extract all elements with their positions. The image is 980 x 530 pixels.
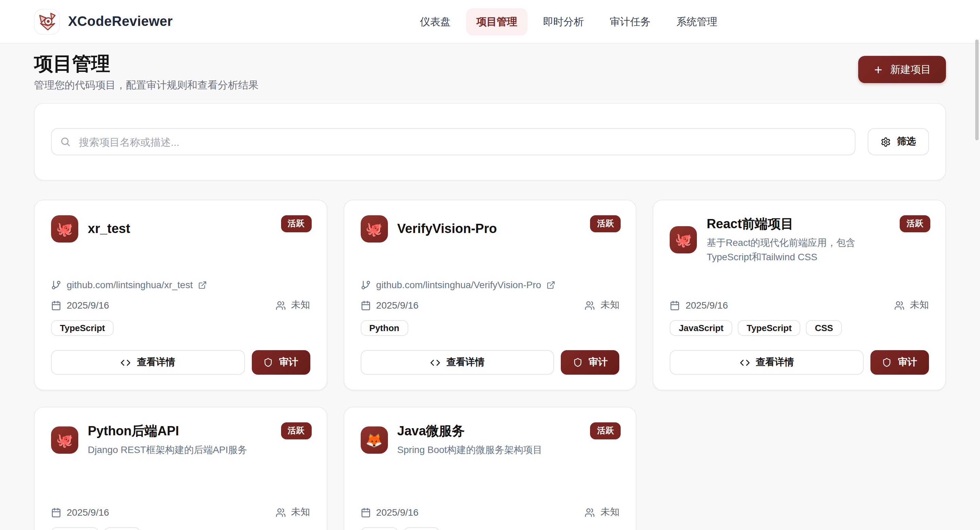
calendar-icon: [360, 507, 371, 517]
project-members: 未知: [910, 299, 929, 311]
project-description: 基于React的现代化前端应用，包含TypeScript和Tailwind CS…: [707, 236, 889, 264]
app-logo[interactable]: [34, 8, 60, 34]
project-meta: 2025/9/16 未知: [670, 299, 929, 311]
tags-row: TypeScript: [51, 320, 310, 336]
search-input[interactable]: [51, 128, 856, 155]
project-meta: 2025/9/16 未知: [360, 299, 619, 311]
page-title: 项目管理: [34, 53, 259, 75]
gear-icon: [881, 137, 891, 147]
project-title: Python后端API: [88, 422, 247, 440]
external-link-icon: [546, 280, 555, 289]
project-grid: 活跃 🐙 xr_test github.com/lintsinghua/xr_t…: [34, 200, 946, 530]
shield-icon: [882, 358, 892, 367]
code-icon: [121, 357, 131, 367]
calendar-icon: [51, 300, 61, 310]
view-details-button[interactable]: 查看详情: [670, 350, 864, 375]
page-subtitle: 管理您的代码项目，配置审计规则和查看分析结果: [34, 79, 259, 92]
project-meta: 2025/9/16 未知: [51, 299, 310, 311]
project-title: VerifyVision-Pro: [397, 221, 497, 236]
calendar-icon: [670, 300, 680, 310]
vertical-scrollbar-thumb[interactable]: [975, 40, 978, 140]
language-tag: Python: [51, 527, 99, 530]
language-tag: Java: [360, 527, 398, 530]
project-date: 2025/9/16: [376, 300, 418, 311]
status-badge: 活跃: [281, 422, 311, 439]
shield-icon: [573, 358, 582, 367]
nav-item-dashboard[interactable]: 仪表盘: [410, 8, 461, 35]
tags-row: Python: [360, 320, 619, 336]
project-avatar: 🦊: [360, 426, 388, 453]
project-members: 未知: [291, 506, 310, 519]
status-badge: 活跃: [281, 215, 311, 232]
project-card-verifyvision-pro: 活跃 🐙 VerifyVision-Pro github.com/lintsin…: [343, 200, 636, 390]
filter-button[interactable]: 筛选: [868, 128, 929, 155]
view-details-button[interactable]: 查看详情: [360, 350, 554, 375]
audit-button[interactable]: 审计: [870, 350, 929, 375]
top-navbar: XCodeReviewer 仪表盘 项目管理 即时分析 审计任务 系统管理: [0, 0, 980, 44]
search-filter-panel: 筛选: [34, 103, 946, 180]
status-badge: 活跃: [900, 215, 930, 232]
calendar-icon: [51, 507, 61, 517]
audit-button[interactable]: 审计: [251, 350, 310, 375]
code-icon: [740, 357, 749, 367]
git-branch-icon: [360, 279, 371, 290]
empty-grid-cell: [653, 407, 946, 530]
git-branch-icon: [51, 279, 61, 290]
external-link-icon: [198, 280, 207, 289]
project-title: Java微服务: [397, 422, 542, 440]
tags-row: Java XML: [360, 527, 619, 530]
users-icon: [585, 507, 595, 517]
users-icon: [275, 507, 285, 517]
audit-button[interactable]: 审计: [561, 350, 620, 375]
brand-name: XCodeReviewer: [68, 14, 173, 29]
plus-icon: [873, 64, 883, 75]
project-members: 未知: [601, 506, 620, 519]
status-badge: 活跃: [590, 422, 621, 439]
project-date: 2025/9/16: [67, 507, 109, 518]
language-tag: TypeScript: [738, 320, 800, 336]
main-nav: 仪表盘 项目管理 即时分析 审计任务 系统管理: [410, 0, 727, 44]
project-avatar: 🐙: [51, 426, 78, 453]
project-title: React前端项目: [707, 215, 889, 233]
users-icon: [585, 300, 595, 310]
users-icon: [894, 300, 904, 310]
project-avatar: 🐙: [360, 215, 388, 243]
new-project-button[interactable]: 新建项目: [858, 56, 946, 83]
project-avatar: 🐙: [51, 215, 78, 243]
project-description: Django REST框架构建的后端API服务: [88, 443, 247, 457]
calendar-icon: [360, 300, 371, 310]
project-avatar: 🐙: [670, 226, 697, 254]
language-tag: XML: [403, 527, 440, 530]
users-icon: [275, 300, 285, 310]
language-tag: TypeScript: [51, 320, 114, 336]
tags-row: Python SQL: [51, 527, 310, 530]
project-card-python-backend: 活跃 🐙 Python后端API Django REST框架构建的后端API服务…: [34, 407, 327, 530]
project-members: 未知: [291, 299, 310, 311]
tags-row: JavaScript TypeScript CSS: [670, 320, 929, 336]
page-header: 项目管理 管理您的代码项目，配置审计规则和查看分析结果 新建项目: [34, 53, 946, 92]
shield-icon: [263, 358, 273, 367]
app-screen: XCodeReviewer 仪表盘 项目管理 即时分析 审计任务 系统管理 项目…: [0, 0, 980, 530]
nav-item-audit-tasks[interactable]: 审计任务: [600, 8, 661, 35]
project-card-xr-test: 活跃 🐙 xr_test github.com/lintsinghua/xr_t…: [34, 200, 327, 390]
nav-item-system-admin[interactable]: 系统管理: [666, 8, 727, 35]
language-tag: Python: [360, 320, 408, 336]
project-card-java-microservice: 活跃 🦊 Java微服务 Spring Boot构建的微服务架构项目 2025/…: [343, 407, 636, 530]
status-badge: 活跃: [590, 215, 621, 232]
project-date: 2025/9/16: [67, 300, 109, 311]
project-meta: 2025/9/16 未知: [360, 506, 619, 519]
language-tag: SQL: [104, 527, 140, 530]
repo-link[interactable]: github.com/lintsinghua/VerifyVision-Pro: [360, 279, 619, 290]
view-details-button[interactable]: 查看详情: [51, 350, 245, 375]
nav-item-instant-analysis[interactable]: 即时分析: [533, 8, 594, 35]
project-card-react-frontend: 活跃 🐙 React前端项目 基于React的现代化前端应用，包含TypeScr…: [653, 200, 946, 390]
project-title: xr_test: [88, 221, 130, 236]
project-members: 未知: [601, 299, 620, 311]
repo-link[interactable]: github.com/lintsinghua/xr_test: [51, 279, 310, 290]
project-date: 2025/9/16: [376, 507, 418, 518]
project-date: 2025/9/16: [686, 300, 728, 311]
sketch-fox-logo-icon: [37, 11, 57, 32]
nav-item-projects[interactable]: 项目管理: [466, 8, 527, 35]
code-icon: [430, 357, 440, 367]
project-description: Spring Boot构建的微服务架构项目: [397, 443, 542, 457]
